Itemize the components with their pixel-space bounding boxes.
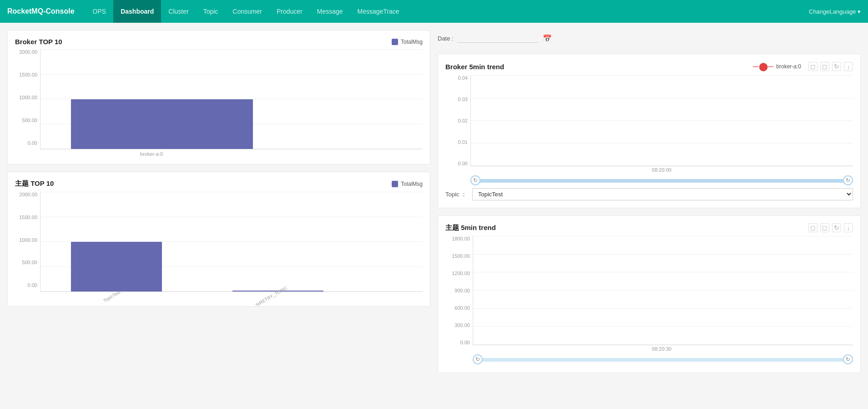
expand2-icon[interactable]: ◻	[808, 223, 818, 232]
topic-range-track	[473, 358, 853, 362]
topic-top10-chart: 2000.00 1500.00 1000.00 500.00 0.00	[15, 192, 423, 299]
download2-icon[interactable]: ↓	[844, 223, 853, 232]
restore-icon[interactable]: ◻	[820, 62, 829, 71]
topic-5min-y-axis: 1800.00 1500.00 1200.00 900.00 600.00 30…	[445, 236, 473, 345]
date-bar: Date : 📅	[438, 30, 861, 46]
date-input[interactable]	[457, 34, 539, 43]
topic-range-handle-right[interactable]: ↻	[843, 354, 853, 364]
broker-top10-legend-label: TotalMsg	[401, 39, 423, 45]
broker-5min-legend: ─⬤─ broker-a:0	[753, 61, 801, 72]
broker-top10-x-labels: broker-a:0	[40, 151, 423, 157]
bar-topictest	[71, 242, 162, 292]
topic-top10-header: 主题 TOP 10 TotalMsg	[15, 179, 423, 188]
download-icon[interactable]: ↓	[844, 62, 853, 71]
nav-cluster[interactable]: Cluster	[161, 0, 196, 23]
navbar: RocketMQ-Console OPS Dashboard Cluster T…	[0, 0, 868, 23]
broker-5min-range: ↻ ↻	[470, 175, 853, 186]
bar-broker-a-0	[71, 99, 253, 149]
topic-selector-label: Topic ：	[445, 190, 467, 199]
broker-top10-bars	[40, 49, 423, 149]
expand-icon[interactable]: ◻	[808, 62, 818, 71]
nav-dashboard[interactable]: Dashboard	[113, 0, 161, 23]
broker-top10-legend-color	[392, 39, 398, 45]
topic-top10-legend-color	[392, 181, 398, 187]
topic-top10-legend-label: TotalMsg	[401, 181, 423, 187]
topic-top10-x-labels: TopicTest %RETRY_TOPIC	[40, 294, 423, 299]
topic-top10-card: 主题 TOP 10 TotalMsg 2000.00 1500.00 1000.…	[7, 172, 430, 307]
change-language[interactable]: ChangeLanguage ▾	[809, 8, 861, 15]
topic-range-handle-left[interactable]: ↻	[473, 354, 483, 364]
broker-5min-line-svg	[471, 75, 853, 166]
broker-5min-x-label: 08:20:00	[470, 167, 853, 173]
right-panel: Date : 📅 Broker 5min trend ─⬤─ broker-a:…	[438, 30, 861, 373]
topic-top10-legend: TotalMsg	[392, 181, 423, 187]
x-label-broker-a-0: broker-a:0	[73, 151, 231, 157]
broker-5min-y-axis: 0.04 0.03 0.02 0.01 0.00	[445, 75, 470, 166]
topic-5min-range: ↻ ↻	[473, 354, 853, 365]
broker-5min-chart: 0.04 0.03 0.02 0.01 0.00	[445, 75, 853, 186]
broker-5min-card: Broker 5min trend ─⬤─ broker-a:0 ◻ ◻ ↻ ↓	[438, 54, 861, 208]
broker-5min-header: Broker 5min trend ─⬤─ broker-a:0 ◻ ◻ ↻ ↓	[445, 61, 853, 72]
broker-5min-actions: ◻ ◻ ↻ ↓	[808, 62, 853, 71]
topic-top10-bars	[40, 192, 423, 291]
brand-logo: RocketMQ-Console	[7, 7, 75, 15]
legend-dot-icon: ─⬤─	[753, 61, 774, 72]
nav-messagetrace[interactable]: MessageTrace	[350, 0, 407, 23]
refresh2-icon[interactable]: ↻	[832, 223, 841, 232]
topic-top10-title: 主题 TOP 10	[15, 179, 54, 188]
topic-5min-actions: ◻ ◻ ↻ ↓	[808, 223, 853, 232]
main-content: Broker TOP 10 TotalMsg 2000.00 1500.00 1…	[0, 23, 868, 380]
broker-5min-title: Broker 5min trend	[445, 63, 504, 71]
nav-topic[interactable]: Topic	[196, 0, 226, 23]
broker-top10-card: Broker TOP 10 TotalMsg 2000.00 1500.00 1…	[7, 30, 430, 164]
nav-consumer[interactable]: Consumer	[225, 0, 269, 23]
topic-5min-card: 主题 5min trend ◻ ◻ ↻ ↓ 1800.00 1500.00 12…	[438, 215, 861, 373]
range-handle-right[interactable]: ↻	[843, 175, 853, 185]
broker-top10-plot	[40, 49, 423, 149]
topic-top10-plot	[40, 192, 423, 292]
refresh-icon[interactable]: ↻	[832, 62, 841, 71]
topic-top10-y-axis: 2000.00 1500.00 1000.00 500.00 0.00	[15, 192, 40, 288]
broker-top10-title: Broker TOP 10	[15, 38, 62, 46]
broker-5min-plot	[470, 75, 853, 166]
broker-top10-legend: TotalMsg	[392, 39, 423, 45]
range-track	[470, 179, 853, 183]
topic-5min-x-label: 08:20:30	[470, 346, 853, 352]
broker-top10-chart: 2000.00 1500.00 1000.00 500.00 0.00	[15, 49, 423, 157]
topic-5min-plot	[473, 236, 853, 345]
calendar-icon[interactable]: 📅	[543, 34, 552, 43]
nav-message[interactable]: Message	[310, 0, 350, 23]
topic-5min-title: 主题 5min trend	[445, 224, 496, 232]
topic-selector: Topic ： TopicTest	[445, 188, 853, 200]
topic-select-dropdown[interactable]: TopicTest	[472, 188, 853, 200]
date-label: Date :	[438, 35, 454, 42]
range-handle-left[interactable]: ↻	[470, 175, 480, 185]
broker-top10-header: Broker TOP 10 TotalMsg	[15, 38, 423, 46]
nav-ops[interactable]: OPS	[86, 0, 114, 23]
restore2-icon[interactable]: ◻	[820, 223, 829, 232]
topic-5min-chart: 1800.00 1500.00 1200.00 900.00 600.00 30…	[445, 236, 853, 365]
broker-5min-legend-label: broker-a:0	[776, 63, 801, 70]
left-panel: Broker TOP 10 TotalMsg 2000.00 1500.00 1…	[7, 30, 430, 373]
topic-5min-header: 主题 5min trend ◻ ◻ ↻ ↓	[445, 223, 853, 232]
broker-top10-y-axis: 2000.00 1500.00 1000.00 500.00 0.00	[15, 49, 40, 146]
nav-producer[interactable]: Producer	[269, 0, 310, 23]
